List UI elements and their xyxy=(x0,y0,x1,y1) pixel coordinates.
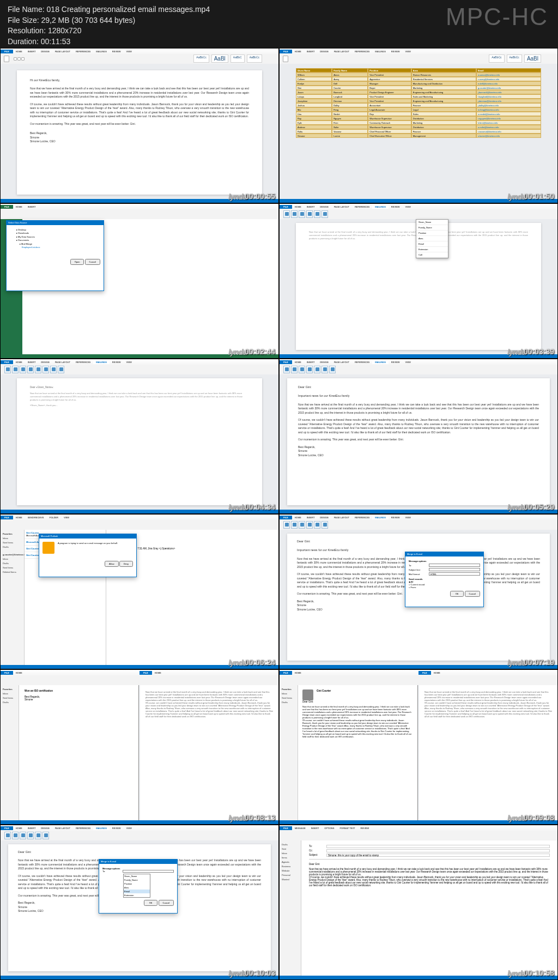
table-row[interactable]: ColleenAveryApprenticeResidential Servic… xyxy=(296,77,541,81)
table-row[interactable]: JosephineDenmanVice PresidentEngineering… xyxy=(296,99,541,103)
deny-button[interactable]: Deny xyxy=(119,561,133,567)
start-merge-icon[interactable] xyxy=(291,210,298,218)
tab-file[interactable]: FILE xyxy=(1,50,13,53)
label-filesize: File Size: xyxy=(8,16,41,25)
merge-field-dropdown[interactable]: Given_Name Family_Name Position Area Ema… xyxy=(416,219,448,258)
outlook-security-dialog: Microsoft Outlook A program is trying to… xyxy=(39,534,137,577)
table-row[interactable]: GiniCourterBuyerMarketingg.courter@kinet… xyxy=(296,86,541,90)
thumb-11[interactable]: FILEHOMEINSERTDESIGNPAGE LAYOUTREFERENCE… xyxy=(0,825,279,980)
thumb-8[interactable]: FILEHOMEINSERTDESIGNPAGE LAYOUTREFERENCE… xyxy=(279,514,558,669)
ribbon: FILEHOMEINSERTDESIGNPAGE LAYOUTREFERENCE… xyxy=(1,49,278,64)
compose-body[interactable]: To: Cc: Subject:Simone: this is your cop… xyxy=(301,840,557,976)
table-row[interactable]: EvelynDellManagerManufacturing and Distr… xyxy=(296,81,541,86)
select-recipients-icon[interactable] xyxy=(299,210,305,218)
dialog-title: Select Data Source xyxy=(7,221,104,225)
thumb-3[interactable]: FILEHOMEINSERT Select Data Source ▸ Desk… xyxy=(0,203,279,359)
table-row[interactable]: MaiFengLegal AssociateLegalm.feng@kinete… xyxy=(296,107,541,112)
table-header: Given NameFamily NamePositionAreaEmail xyxy=(296,68,541,72)
table-row[interactable]: SimoneLocineChief Executive OfficerManag… xyxy=(296,134,541,138)
thumb-2[interactable]: FILEHOMEINSERTDESIGNPAGE LAYOUTREFERENCE… xyxy=(279,48,558,203)
warning-icon xyxy=(43,542,54,554)
envelopes-icon[interactable] xyxy=(283,210,290,218)
table-row[interactable]: JasonBannockProduct Design EngineerEngin… xyxy=(296,90,541,94)
timestamp: 00:00:55 xyxy=(245,192,275,201)
table-row[interactable]: RafiaVasseurChief Financial OfficerFinan… xyxy=(296,129,541,134)
player-logo: MPC-HC xyxy=(446,3,548,31)
label-resolution: Resolution: xyxy=(8,26,48,35)
filename: 018 Creating personalized email messages… xyxy=(47,5,210,14)
thumb-5[interactable]: FILEHOMEINSERTDESIGNPAGE LAYOUTREFERENCE… xyxy=(0,359,279,514)
mailings-group xyxy=(283,210,329,219)
thumb-1[interactable]: FILEHOMEINSERTDESIGNPAGE LAYOUTREFERENCE… xyxy=(0,48,279,203)
document-page[interactable]: Hi our KinetEco family, Now that we have… xyxy=(17,70,262,195)
folder-tree[interactable]: ▸ Desktop ▸ Downloads ▸ My Data Sources … xyxy=(10,228,100,249)
thumb-6[interactable]: FILEHOMEINSERTDESIGNPAGE LAYOUTREFERENCE… xyxy=(279,359,558,514)
label-filename: File Name: xyxy=(8,5,47,14)
file-info-header: File Name: 018 Creating personalized ema… xyxy=(0,0,558,48)
label-duration: Duration: xyxy=(8,37,41,46)
folder-pane[interactable]: Favorites Inbox Sent Items Drafts g.cour… xyxy=(1,530,25,665)
merge-email-dialog: Merge to E-mail Message options To: Give… xyxy=(99,859,178,914)
thumb-12[interactable]: FILEMESSAGEINSERTOPTIONSFORMAT TEXTREVIE… xyxy=(279,825,558,980)
merge-email-dialog: Merge to E-mail Message options To: Subj… xyxy=(405,552,484,607)
ribbon: FILEHOMEINSERTDESIGNPAGE LAYOUTREFERENCE… xyxy=(280,49,557,64)
subject-input[interactable] xyxy=(429,568,480,571)
open-button[interactable]: Open xyxy=(70,259,84,265)
table-row[interactable]: KyleFernCommunity OutreachMarketingk.fer… xyxy=(296,120,541,125)
table-row[interactable]: UnaNesbitRepSalesu.nesbit@kineteco.info xyxy=(296,112,541,116)
filesize: 29,2 MB (30 703 644 bytes) xyxy=(41,16,135,25)
avatar xyxy=(302,689,313,700)
thumb-7[interactable]: FILEHOMESEND/RECEIVEFOLDERVIEW Favorites… xyxy=(0,514,279,669)
select-datasource-dialog: Select Data Source ▸ Desktop ▸ Downloads… xyxy=(6,220,104,291)
resolution: 1280x720 xyxy=(48,26,82,35)
employee-table[interactable]: Given NameFamily NamePositionAreaEmailWi… xyxy=(296,68,541,138)
cancel-button[interactable]: Cancel xyxy=(465,591,480,597)
duration: 00:11:53 xyxy=(41,37,71,46)
styles-gallery[interactable]: AaBbCcAaBlAaBbCAaBbCc xyxy=(193,55,262,63)
reading-pane: Won an ISO certification Best Regards, S… xyxy=(19,685,139,820)
table-row[interactable]: JoshuaDalbyAccountantFinancej.dalby@kine… xyxy=(296,103,541,107)
cancel-button[interactable]: Cancel xyxy=(85,259,100,265)
insert-field-icon[interactable] xyxy=(306,210,313,218)
thumb-10[interactable]: FILEHOME FILEHOME Favorites Inbox Sent I… xyxy=(279,669,558,825)
ok-button[interactable]: OK xyxy=(450,591,464,597)
table-row[interactable]: RayNguyenWarehouse SupervisorDistributio… xyxy=(296,116,541,120)
table-row[interactable]: AndrewNolteWarehouse SupervisorDistribut… xyxy=(296,125,541,129)
to-input[interactable] xyxy=(429,564,480,567)
thumb-9[interactable]: FILEHOME FILEHOME Favorites Inbox Sent I… xyxy=(0,669,279,825)
thumbnail-grid: FILEHOMEINSERTDESIGNPAGE LAYOUTREFERENCE… xyxy=(0,48,558,980)
greeting: Hi our KinetEco family, xyxy=(30,78,249,82)
table-row[interactable]: LatoyaLangfordVice PresidentSales and Ma… xyxy=(296,94,541,99)
table-row[interactable]: WilliamAmosVice PresidentHuman Resources… xyxy=(296,72,541,77)
preview-icon[interactable] xyxy=(314,210,320,218)
to-select[interactable]: Given_Name Family_Name Position Area Ema… xyxy=(123,870,174,873)
finish-icon[interactable] xyxy=(322,210,328,218)
format-select[interactable]: HTML xyxy=(429,572,480,576)
timestamp: 00:01:50 xyxy=(524,192,554,201)
allow-button[interactable]: Allow xyxy=(105,561,119,567)
thumb-4[interactable]: FILEHOMEINSERTDESIGNPAGE LAYOUTREFERENCE… xyxy=(279,203,558,359)
paste-icon[interactable] xyxy=(4,56,9,62)
